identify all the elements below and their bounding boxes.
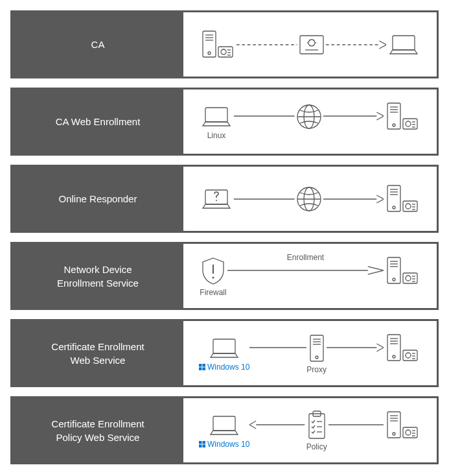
connector-line: [234, 115, 295, 117]
svg-point-43: [393, 206, 395, 209]
server-with-cert-node: [384, 183, 421, 215]
connector-arrow-left: [249, 424, 305, 425]
svg-rect-62: [213, 339, 235, 353]
svg-rect-90: [309, 414, 325, 438]
globe-icon: [295, 102, 323, 131]
svg-rect-11: [300, 36, 323, 54]
connector-arrow: [323, 198, 384, 200]
svg-point-28: [406, 121, 411, 126]
proxy-node: Proxy: [306, 333, 327, 374]
globe-node: [295, 185, 323, 213]
svg-rect-63: [199, 364, 202, 367]
label-text: Online Responder: [59, 192, 137, 206]
globe-icon: [295, 185, 323, 213]
svg-rect-88: [203, 444, 206, 447]
row-content: Windows 10 Proxy: [183, 321, 437, 385]
row-label: CA Web Enrollment: [12, 89, 183, 154]
caption-text: Windows 10: [207, 440, 249, 449]
row-content: [183, 167, 437, 231]
row-ndes: Network Device Enrollment Service Firewa…: [10, 242, 439, 310]
policy-node: Policy: [305, 410, 328, 451]
row-label: Online Responder: [12, 167, 183, 231]
row-online-responder: Online Responder: [10, 165, 439, 233]
row-label: Certificate Enrollment Web Service: [12, 321, 183, 385]
svg-point-80: [406, 353, 411, 358]
svg-point-12: [308, 40, 315, 46]
laptop-windows-node: Windows 10: [199, 335, 249, 372]
svg-point-56: [393, 278, 395, 281]
svg-point-58: [406, 276, 411, 281]
certificate-node: [297, 33, 326, 56]
svg-rect-64: [203, 364, 206, 367]
caption-windows: Windows 10: [199, 440, 249, 449]
server-with-cert-icon: [199, 29, 236, 61]
caption: Proxy: [306, 365, 327, 374]
connector-arrow: [327, 347, 384, 348]
svg-point-26: [393, 124, 395, 126]
svg-rect-66: [203, 367, 206, 370]
row-label: Network Device Enrollment Service: [12, 244, 183, 308]
row-content: Windows 10 Policy: [183, 398, 437, 462]
server-with-cert-node: [384, 332, 421, 364]
server-with-cert-node: [384, 101, 421, 133]
server-with-cert-node: [384, 255, 421, 287]
row-ca-web-enrollment: CA Web Enrollment Linux: [10, 88, 439, 156]
server-with-cert-icon: [384, 101, 421, 133]
firewall-node: Firewall: [199, 256, 227, 297]
svg-rect-84: [213, 416, 235, 431]
caption: Policy: [306, 442, 327, 451]
label-text: CA: [91, 38, 105, 51]
svg-point-45: [406, 204, 411, 209]
caption: Firewall: [200, 288, 226, 297]
server-icon: [307, 333, 327, 364]
globe-node: [295, 102, 323, 131]
caption-windows: Windows 10: [199, 363, 249, 372]
server-with-cert-node: [384, 409, 421, 442]
svg-point-72: [316, 356, 318, 359]
firewall-shield-icon: [199, 256, 227, 287]
line-label: Enrollment: [287, 253, 324, 262]
laptop-icon: [207, 335, 242, 361]
laptop-question-node: [199, 186, 234, 212]
windows-logo-icon: [199, 441, 205, 447]
svg-rect-87: [199, 444, 202, 447]
windows-logo-icon: [199, 364, 205, 370]
connector-dashed: [236, 44, 297, 45]
server-with-cert-icon: [384, 409, 421, 442]
laptop-linux-node: Linux: [199, 104, 234, 140]
server-with-cert-icon: [384, 332, 421, 364]
laptop-icon: [199, 104, 234, 130]
connector-dash-arrow: [326, 44, 387, 45]
svg-rect-85: [199, 441, 202, 444]
svg-rect-16: [205, 108, 227, 122]
connector-line: [328, 424, 384, 425]
svg-point-50: [213, 276, 214, 278]
label-text: CA Web Enrollment: [56, 115, 141, 128]
label-text: Network Device Enrollment Service: [57, 263, 139, 290]
connector-arrow-labeled: Enrollment: [227, 270, 384, 271]
svg-rect-65: [199, 367, 202, 370]
laptop-question-icon: [199, 186, 234, 212]
svg-point-102: [406, 430, 411, 435]
label-text: Certificate Enrollment Policy Web Servic…: [51, 417, 144, 444]
row-content: Firewall Enrollment: [183, 244, 437, 308]
row-label: Certificate Enrollment Policy Web Servic…: [12, 398, 183, 462]
row-cews: Certificate Enrollment Web Service Windo…: [10, 319, 439, 387]
row-content: Linux: [183, 89, 437, 154]
server-with-cert-icon: [384, 183, 421, 215]
caption: Linux: [207, 131, 226, 140]
svg-point-33: [216, 200, 217, 201]
svg-rect-15: [393, 36, 415, 50]
connector-arrow: [323, 115, 384, 117]
server-with-cert-node: [199, 29, 236, 61]
row-label: CA: [12, 12, 183, 77]
svg-point-6: [221, 49, 226, 54]
svg-point-78: [393, 355, 395, 358]
caption-text: Windows 10: [207, 363, 249, 372]
server-with-cert-icon: [384, 255, 421, 287]
laptop-icon: [386, 32, 421, 58]
label-text: Certificate Enrollment Web Service: [51, 340, 144, 367]
row-content: [183, 12, 437, 77]
svg-rect-86: [203, 441, 206, 444]
policy-clipboard-icon: [305, 410, 328, 441]
